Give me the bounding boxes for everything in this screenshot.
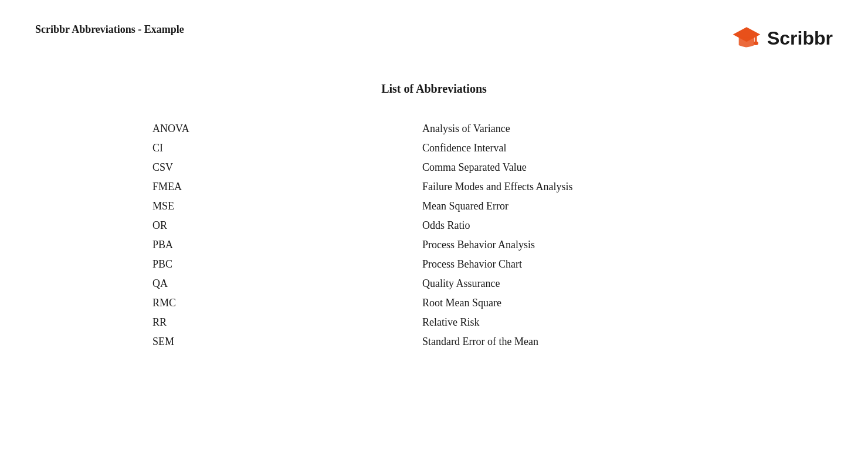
- table-row: RRRelative Risk: [141, 313, 727, 332]
- abbr-short: PBA: [141, 239, 422, 251]
- abbr-short: CSV: [141, 161, 422, 174]
- abbr-short: PBC: [141, 258, 422, 271]
- table-row: PBCProcess Behavior Chart: [141, 255, 727, 274]
- abbr-short: CI: [141, 142, 422, 154]
- abbreviations-table: ANOVAAnalysis of VarianceCIConfidence In…: [141, 119, 727, 351]
- table-row: OROdds Ratio: [141, 216, 727, 235]
- abbr-short: ANOVA: [141, 123, 422, 135]
- abbr-full: Process Behavior Analysis: [422, 239, 727, 251]
- table-row: CSVComma Separated Value: [141, 158, 727, 177]
- abbr-short: FMEA: [141, 181, 422, 193]
- table-row: ANOVAAnalysis of Variance: [141, 119, 727, 138]
- logo-text: Scribbr: [767, 28, 833, 49]
- abbr-full: Standard Error of the Mean: [422, 336, 727, 348]
- table-row: PBAProcess Behavior Analysis: [141, 235, 727, 255]
- table-row: CIConfidence Interval: [141, 138, 727, 158]
- abbr-full: Quality Assurance: [422, 278, 727, 290]
- logo-area: Scribbr: [732, 23, 833, 53]
- abbr-short: SEM: [141, 336, 422, 348]
- table-row: RMCRoot Mean Square: [141, 293, 727, 313]
- table-row: MSEMean Squared Error: [141, 197, 727, 216]
- abbr-full: Comma Separated Value: [422, 161, 727, 174]
- table-row: SEMStandard Error of the Mean: [141, 332, 727, 351]
- abbr-full: Mean Squared Error: [422, 200, 727, 212]
- abbr-short: MSE: [141, 200, 422, 212]
- table-row: QAQuality Assurance: [141, 274, 727, 293]
- scribbr-logo-icon: [732, 23, 761, 53]
- page-title: Scribbr Abbreviations - Example: [35, 23, 184, 36]
- abbr-full: Root Mean Square: [422, 297, 727, 309]
- abbr-full: Analysis of Variance: [422, 123, 727, 135]
- main-content: List of Abbreviations ANOVAAnalysis of V…: [35, 82, 833, 351]
- abbr-full: Relative Risk: [422, 316, 727, 329]
- abbr-full: Process Behavior Chart: [422, 258, 727, 271]
- abbr-short: OR: [141, 219, 422, 232]
- abbr-full: Failure Modes and Effects Analysis: [422, 181, 727, 193]
- abbr-short: RR: [141, 316, 422, 329]
- page-container: Scribbr Abbreviations - Example Scribbr …: [0, 0, 868, 453]
- abbr-full: Confidence Interval: [422, 142, 727, 154]
- abbr-short: QA: [141, 278, 422, 290]
- abbr-short: RMC: [141, 297, 422, 309]
- list-heading: List of Abbreviations: [381, 82, 487, 96]
- table-row: FMEAFailure Modes and Effects Analysis: [141, 177, 727, 197]
- abbr-full: Odds Ratio: [422, 219, 727, 232]
- header: Scribbr Abbreviations - Example Scribbr: [35, 23, 833, 53]
